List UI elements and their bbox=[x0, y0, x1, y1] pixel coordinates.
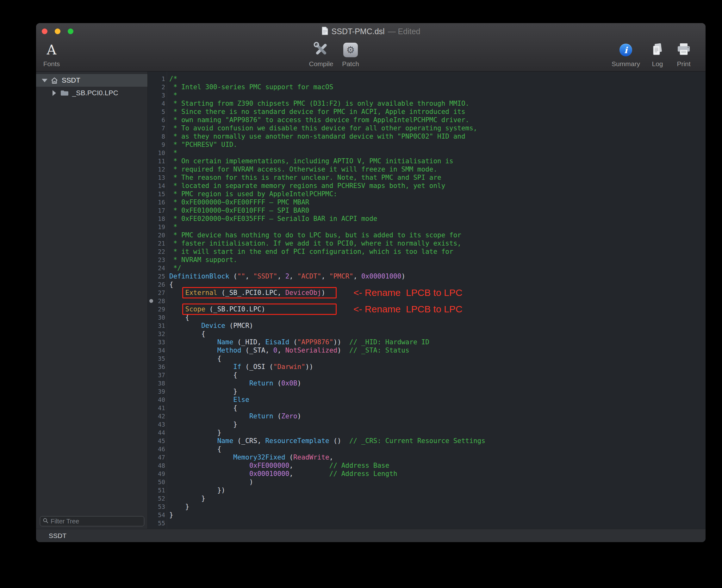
code-line[interactable]: */ bbox=[169, 264, 705, 272]
code-line[interactable]: { bbox=[169, 330, 705, 338]
code-line[interactable]: /* bbox=[169, 75, 705, 83]
code-line[interactable]: } bbox=[169, 387, 705, 396]
sidebar-item-ssdt[interactable]: SSDT bbox=[36, 74, 147, 87]
fonts-icon: A bbox=[47, 43, 56, 57]
line-number: 15 bbox=[148, 190, 167, 198]
code-line[interactable]: Memory32Fixed (ReadWrite, bbox=[169, 453, 705, 461]
code-line[interactable]: Name (_CRS, ResourceTemplate () // _CRS:… bbox=[169, 437, 705, 445]
code-line[interactable]: { bbox=[169, 371, 705, 379]
line-number: 13 bbox=[148, 173, 167, 182]
code-line[interactable]: * "PCHRESV" UID. bbox=[169, 141, 705, 149]
summary-label: Summary bbox=[612, 60, 640, 68]
window-title: SSDT-PMC.dsl bbox=[332, 27, 385, 36]
line-number: 22 bbox=[148, 248, 167, 256]
code-line[interactable]: Name (_HID, EisaId ("APP9876")) // _HID:… bbox=[169, 338, 705, 346]
code-line[interactable]: * 0xFE010000~0xFE010FFF — SPI BAR0 bbox=[169, 206, 705, 214]
line-number: 42 bbox=[148, 412, 167, 420]
line-number: 18 bbox=[148, 214, 167, 223]
sidebar-item-lpc[interactable]: _SB.PCI0.LPC bbox=[36, 87, 147, 99]
rename-highlight-box bbox=[182, 303, 337, 315]
disclosure-triangle-right-icon[interactable] bbox=[52, 90, 56, 96]
code-line[interactable]: * PMC region is used by AppleIntelPCHPMC… bbox=[169, 190, 705, 198]
code-line[interactable]: * bbox=[169, 223, 705, 231]
code-line[interactable]: Return (Zero) bbox=[169, 412, 705, 420]
code-line[interactable]: * 0xFE000000~0xFE00FFFF — PMC MBAR bbox=[169, 198, 705, 206]
code-line[interactable]: * PMC device has nothing to do to LPC bu… bbox=[169, 231, 705, 239]
code-line[interactable]: * required for NVRAM access. Otherwise i… bbox=[169, 165, 705, 173]
line-number: 37 bbox=[148, 371, 167, 379]
log-pages-icon bbox=[651, 42, 664, 58]
code-line[interactable]: } bbox=[169, 494, 705, 503]
line-number: 47 bbox=[148, 453, 167, 461]
code-line[interactable]: Method (_STA, 0, NotSerialized) // _STA:… bbox=[169, 346, 705, 354]
line-number: 36 bbox=[148, 363, 167, 371]
code-line[interactable]: * 0xFE020000~0xFE035FFF — SerialIo BAR i… bbox=[169, 214, 705, 223]
line-number: 21 bbox=[148, 239, 167, 248]
code-line[interactable]: 0x00010000, // Address Length bbox=[169, 470, 705, 478]
code-line[interactable]: Else bbox=[169, 396, 705, 404]
line-number: 5 bbox=[148, 108, 167, 116]
code-line[interactable]: * faster initialisation. If we add it to… bbox=[169, 239, 705, 248]
code-line[interactable]: { bbox=[169, 445, 705, 453]
code-line[interactable]: Return (0x0B) bbox=[169, 379, 705, 387]
code-area[interactable]: /* * Intel 300-series PMC support for ma… bbox=[167, 71, 705, 527]
code-line[interactable]: * it will start in the end of PCI config… bbox=[169, 248, 705, 256]
code-line[interactable]: ) bbox=[169, 478, 705, 486]
line-number: 32 bbox=[148, 330, 167, 338]
line-number: 23 bbox=[148, 256, 167, 264]
rename-annotation: <- Rename LPCB to LPC bbox=[354, 303, 462, 315]
line-number: 24 bbox=[148, 264, 167, 272]
patch-button[interactable]: ⚙ Patch bbox=[332, 41, 369, 68]
maciasl-window: SSDT-PMC.dsl — Edited A Fonts Compile bbox=[36, 23, 705, 542]
code-line[interactable]: * as they normally use another non-stand… bbox=[169, 132, 705, 141]
code-line[interactable]: * Since there is no standard device for … bbox=[169, 108, 705, 116]
line-number: 48 bbox=[148, 461, 167, 470]
code-line[interactable] bbox=[169, 519, 705, 527]
code-line[interactable]: { bbox=[169, 354, 705, 363]
line-number: 11 bbox=[148, 157, 167, 165]
line-number: 26 bbox=[148, 280, 167, 289]
code-line[interactable]: DefinitionBlock ("", "SSDT", 2, "ACDT", … bbox=[169, 272, 705, 280]
line-number: 30 bbox=[148, 313, 167, 321]
house-icon bbox=[50, 77, 58, 84]
sidebar-item-label: SSDT bbox=[62, 76, 80, 84]
line-number: 3 bbox=[148, 91, 167, 99]
code-line[interactable]: } bbox=[169, 503, 705, 511]
patch-gear-icon: ⚙ bbox=[343, 43, 358, 57]
fonts-button[interactable]: A Fonts bbox=[36, 41, 67, 68]
code-line[interactable]: * Starting from Z390 chipsets PMC (D31:F… bbox=[169, 99, 705, 108]
print-button[interactable]: Print bbox=[665, 41, 703, 68]
patch-label: Patch bbox=[342, 60, 359, 68]
code-line[interactable]: * located in separate memory regions and… bbox=[169, 182, 705, 190]
code-line[interactable]: If (_OSI ("Darwin")) bbox=[169, 363, 705, 371]
line-number: 46 bbox=[148, 445, 167, 453]
code-line[interactable]: * bbox=[169, 149, 705, 157]
line-number: 33 bbox=[148, 338, 167, 346]
code-line[interactable]: } bbox=[169, 511, 705, 519]
code-line[interactable]: * own naming "APP9876" to access this de… bbox=[169, 116, 705, 124]
line-number: 12 bbox=[148, 165, 167, 173]
code-line[interactable]: { bbox=[169, 404, 705, 412]
disclosure-triangle-down-icon[interactable] bbox=[42, 79, 47, 82]
code-line[interactable]: * On certain implementations, including … bbox=[169, 157, 705, 165]
status-text: SSDT bbox=[49, 532, 66, 540]
code-line[interactable]: Device (PMCR) bbox=[169, 321, 705, 330]
line-number: 14 bbox=[148, 182, 167, 190]
line-number: 7 bbox=[148, 124, 167, 132]
code-line[interactable]: * bbox=[169, 91, 705, 99]
code-line[interactable]: } bbox=[169, 420, 705, 428]
line-number: 10 bbox=[148, 149, 167, 157]
code-line[interactable]: * To avoid confusion we disable this dev… bbox=[169, 124, 705, 132]
code-line[interactable]: } bbox=[169, 428, 705, 437]
line-number: 38 bbox=[148, 379, 167, 387]
code-line[interactable]: * Intel 300-series PMC support for macOS bbox=[169, 83, 705, 91]
line-number: 50 bbox=[148, 478, 167, 486]
code-line[interactable]: * NVRAM support. bbox=[169, 256, 705, 264]
titlebar-toolbar: SSDT-PMC.dsl — Edited A Fonts Compile bbox=[36, 23, 705, 71]
code-line[interactable]: }) bbox=[169, 486, 705, 494]
filter-tree-input[interactable] bbox=[50, 518, 142, 525]
edited-status: — Edited bbox=[388, 27, 421, 36]
code-line[interactable]: * The reason for this is rather unclear.… bbox=[169, 173, 705, 182]
line-number: 44 bbox=[148, 428, 167, 437]
code-line[interactable]: 0xFE000000, // Address Base bbox=[169, 461, 705, 470]
